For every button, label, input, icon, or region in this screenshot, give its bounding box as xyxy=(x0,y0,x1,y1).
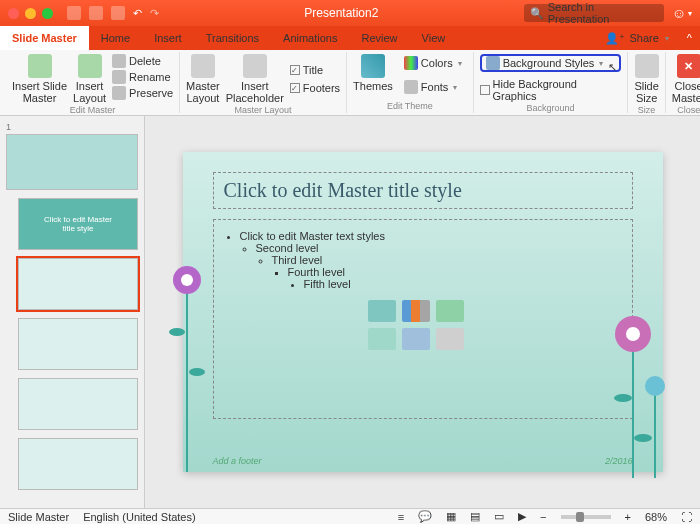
share-label: Share xyxy=(629,32,658,44)
close-window-icon[interactable] xyxy=(8,8,19,19)
slide-size-button[interactable]: Slide Size xyxy=(634,54,658,104)
slide-canvas[interactable]: Click to edit Master title style Click t… xyxy=(145,116,700,508)
cursor-icon: ↖ xyxy=(608,61,617,74)
title-checkbox[interactable]: ✓Title xyxy=(290,64,340,76)
comments-button[interactable]: 💬 xyxy=(418,510,432,523)
insert-slide-master-button[interactable]: Insert Slide Master xyxy=(12,54,67,104)
insert-video-icon[interactable] xyxy=(436,328,464,350)
svg-point-9 xyxy=(645,376,665,396)
close-master-button[interactable]: ✕ Close Master xyxy=(672,54,700,104)
insert-placeholder-button[interactable]: Insert Placeholder xyxy=(226,54,284,104)
group-background: Background Styles▾ ↖ Hide Background Gra… xyxy=(474,52,629,113)
search-icon: 🔍 xyxy=(530,7,544,20)
view-slideshow-icon[interactable]: ▶ xyxy=(518,510,526,523)
hide-background-checkbox[interactable]: Hide Background Graphics xyxy=(480,78,622,102)
tab-view[interactable]: View xyxy=(410,26,458,50)
fonts-button[interactable]: Fonts▾ xyxy=(399,78,467,96)
layout-thumbnail-4[interactable] xyxy=(18,378,138,430)
notes-button[interactable]: ≡ xyxy=(398,511,404,523)
colors-icon xyxy=(404,56,418,70)
footer-placeholder[interactable]: Add a footer xyxy=(213,456,262,466)
layout-thumbnail-1[interactable]: Click to edit Master title style xyxy=(18,198,138,250)
qat-redo-icon[interactable]: ↷ xyxy=(150,7,159,20)
tab-insert[interactable]: Insert xyxy=(142,26,194,50)
insert-chart-icon[interactable] xyxy=(402,300,430,322)
document-title: Presentation2 xyxy=(159,6,524,20)
insert-layout-button[interactable]: Insert Layout xyxy=(73,54,106,104)
quick-access-toolbar: ↶ ↷ xyxy=(67,6,159,20)
group-label-master-layout: Master Layout xyxy=(235,105,292,115)
zoom-in-button[interactable]: + xyxy=(625,511,631,523)
qat-undo-icon[interactable]: ↶ xyxy=(133,7,142,20)
zoom-slider[interactable] xyxy=(561,515,611,519)
themes-button[interactable]: Themes xyxy=(353,54,393,96)
status-bar: Slide Master English (United States) ≡ 💬… xyxy=(0,508,700,524)
layout-thumbnail-2[interactable] xyxy=(18,258,138,310)
collapse-ribbon-icon[interactable]: ^ xyxy=(679,32,700,44)
status-language[interactable]: English (United States) xyxy=(83,511,196,523)
group-close: ✕ Close Master Close xyxy=(666,52,700,113)
tab-animations[interactable]: Animations xyxy=(271,26,349,50)
view-reading-icon[interactable]: ▭ xyxy=(494,510,504,523)
master-layout-button[interactable]: Master Layout xyxy=(186,54,220,104)
layout-thumbnail-5[interactable] xyxy=(18,438,138,490)
content-icon-grid xyxy=(368,300,478,350)
rename-button[interactable]: Rename xyxy=(112,70,173,84)
group-label-edit-master: Edit Master xyxy=(70,105,116,115)
view-sorter-icon[interactable]: ▤ xyxy=(470,510,480,523)
slide-size-icon xyxy=(635,54,659,78)
search-input[interactable]: 🔍 Search in Presentation xyxy=(524,4,664,22)
slide: Click to edit Master title style Click t… xyxy=(183,152,663,472)
status-view: Slide Master xyxy=(8,511,69,523)
delete-icon xyxy=(112,54,126,68)
fit-to-window-icon[interactable]: ⛶ xyxy=(681,511,692,523)
title-placeholder[interactable]: Click to edit Master title style xyxy=(213,172,633,209)
insert-online-picture-icon[interactable] xyxy=(402,328,430,350)
qat-home-icon[interactable] xyxy=(67,6,81,20)
share-button[interactable]: 👤⁺ Share ▾ xyxy=(595,32,678,45)
qat-print-icon[interactable] xyxy=(111,6,125,20)
share-icon: 👤⁺ xyxy=(605,32,625,45)
preserve-button[interactable]: Preserve xyxy=(112,86,173,100)
delete-button[interactable]: Delete xyxy=(112,54,173,68)
svg-point-7 xyxy=(626,327,640,341)
tab-home[interactable]: Home xyxy=(89,26,142,50)
background-styles-button[interactable]: Background Styles▾ ↖ xyxy=(480,54,622,72)
tab-transitions[interactable]: Transitions xyxy=(194,26,271,50)
svg-point-4 xyxy=(189,368,205,376)
zoom-out-button[interactable]: − xyxy=(540,511,546,523)
content-placeholder[interactable]: Click to edit Master text styles Second … xyxy=(213,219,633,419)
group-label-close: Close xyxy=(677,105,700,115)
ribbon-tabs: Slide Master Home Insert Transitions Ani… xyxy=(0,26,700,50)
master-thumbnail[interactable] xyxy=(6,134,138,190)
tab-review[interactable]: Review xyxy=(349,26,409,50)
zoom-window-icon[interactable] xyxy=(42,8,53,19)
group-edit-theme: Themes Colors▾ Fonts▾ Edit Theme xyxy=(347,52,474,113)
colors-button[interactable]: Colors▾ xyxy=(399,54,467,72)
qat-save-icon[interactable] xyxy=(89,6,103,20)
insert-smartart-icon[interactable] xyxy=(436,300,464,322)
fonts-icon xyxy=(404,80,418,94)
flower-decoration-left xyxy=(157,262,217,472)
layout-thumbnail-3[interactable] xyxy=(18,318,138,370)
titlebar-caret-icon[interactable]: ▾ xyxy=(688,9,692,18)
group-size: Slide Size Size xyxy=(628,52,665,113)
bullet-l4: Fourth level xyxy=(288,266,622,278)
themes-icon xyxy=(361,54,385,78)
insert-picture-icon[interactable] xyxy=(368,328,396,350)
view-normal-icon[interactable]: ▦ xyxy=(446,510,456,523)
footers-checkbox[interactable]: ✓Footers xyxy=(290,82,340,94)
thumbnail-panel[interactable]: 1 Click to edit Master title style xyxy=(0,116,145,508)
zoom-level[interactable]: 68% xyxy=(645,511,667,523)
tab-slide-master[interactable]: Slide Master xyxy=(0,26,89,50)
insert-slide-master-icon xyxy=(28,54,52,78)
search-placeholder: Search in Presentation xyxy=(548,1,658,25)
help-icon[interactable]: ☺ xyxy=(672,5,686,21)
svg-point-11 xyxy=(634,434,652,442)
insert-table-icon[interactable] xyxy=(368,300,396,322)
group-edit-master: Insert Slide Master Insert Layout Delete… xyxy=(6,52,180,113)
minimize-window-icon[interactable] xyxy=(25,8,36,19)
svg-point-3 xyxy=(169,328,185,336)
flower-decoration-right xyxy=(583,308,673,478)
title-bar: ↶ ↷ Presentation2 🔍 Search in Presentati… xyxy=(0,0,700,26)
